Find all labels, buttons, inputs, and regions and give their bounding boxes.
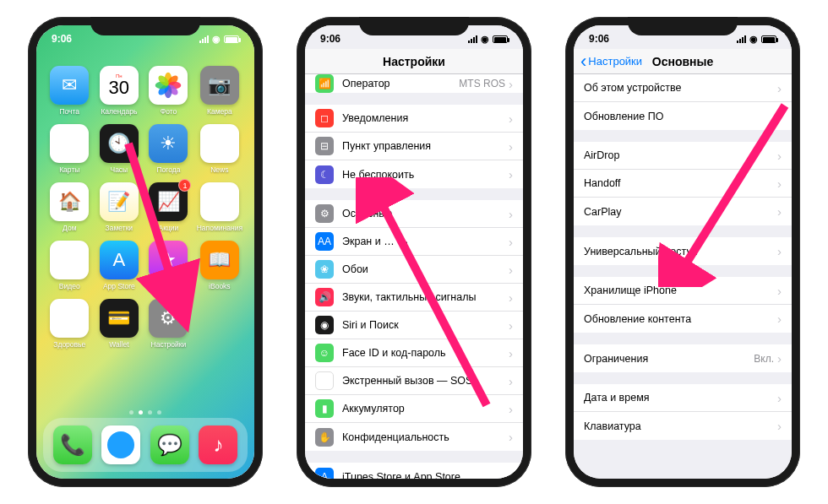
- settings-row-siri[interactable]: ◉Siri и Поиск›: [305, 312, 523, 339]
- row-label: Аккумулятор: [342, 403, 509, 415]
- app-reminders[interactable]: ☑Напоминания: [197, 182, 242, 232]
- general-row[interactable]: AirDrop›: [574, 142, 792, 170]
- app-mail[interactable]: ✉Почта: [50, 66, 89, 116]
- app-maps[interactable]: 🗺Карты: [50, 124, 89, 174]
- chevron-icon: ›: [777, 204, 782, 219]
- app-appstore[interactable]: AApp Store: [100, 241, 139, 290]
- notes-icon: 📝: [100, 182, 139, 221]
- app-wallet[interactable]: 💳Wallet: [100, 299, 139, 349]
- settings-row-dnd[interactable]: ☾Не беспокоить›: [305, 160, 523, 188]
- nav-bar: Настройки: [305, 49, 523, 74]
- maps-icon: 🗺: [50, 124, 89, 163]
- svg-point-9: [107, 431, 134, 458]
- chevron-icon: ›: [509, 374, 513, 388]
- status-time: 9:06: [320, 33, 354, 45]
- privacy-icon: ✋: [315, 428, 334, 447]
- chevron-icon: ›: [509, 318, 513, 333]
- books-icon: 📖: [200, 241, 239, 279]
- general-row[interactable]: Клавиатура›: [574, 412, 792, 440]
- status-indicators: ◉: [737, 34, 776, 45]
- row-label: Handoff: [584, 177, 777, 189]
- nav-bar: Настройки Основные: [574, 49, 792, 74]
- page-dots[interactable]: [36, 410, 254, 415]
- settings-row-privacy[interactable]: ✋Конфиденциальность›: [305, 423, 523, 451]
- app-label: Камера: [207, 107, 232, 116]
- settings-row-display[interactable]: AAЭкран и … ть›: [305, 228, 523, 256]
- general-row[interactable]: Handoff›: [574, 170, 792, 198]
- nav-title: Основные: [652, 55, 714, 68]
- app-tv[interactable]: ▸Видео: [50, 241, 89, 290]
- app-notes[interactable]: 📝Заметки: [100, 182, 139, 232]
- chevron-icon: ›: [509, 235, 513, 249]
- app-camera[interactable]: 📷Камера: [200, 66, 239, 116]
- itunesstore-icon: ★: [149, 241, 188, 279]
- app-health[interactable]: ♥Здоровье: [50, 299, 89, 349]
- sos-icon: SOS: [315, 371, 334, 390]
- settings-row-battery[interactable]: ▮Аккумулятор›: [305, 395, 523, 423]
- settings-row-sos[interactable]: SOSЭкстренный вызов — SOS›: [305, 367, 523, 395]
- general-row[interactable]: Дата и время›: [574, 384, 792, 412]
- app-settings[interactable]: ⚙2Настройки: [149, 299, 188, 349]
- general-row[interactable]: ОграниченияВкл.›: [574, 344, 792, 372]
- settings-row-sounds[interactable]: 🔊Звуки, тактильные сигналы›: [305, 284, 523, 312]
- row-label: Конфиденциальность: [342, 431, 509, 443]
- chevron-icon: ›: [509, 167, 513, 182]
- back-button[interactable]: Настройки: [580, 52, 642, 71]
- settings-list[interactable]: 📶ОператорMTS ROS›◻Уведомления›⊟Пункт упр…: [305, 74, 523, 479]
- display-icon: AA: [315, 232, 334, 251]
- home-icon-grid: ✉ПочтаПн30КалендарьФото📷Камера🗺Карты🕙Час…: [36, 59, 254, 355]
- app-news[interactable]: NNews: [200, 124, 239, 174]
- settings-body: Настройки 📶ОператорMTS ROS›◻Уведомления›…: [305, 25, 523, 479]
- app-photos[interactable]: Фото: [149, 66, 188, 116]
- settings-row-control-center[interactable]: ⊟Пункт управления›: [305, 133, 523, 160]
- app-calendar[interactable]: Пн30Календарь: [100, 66, 139, 116]
- chevron-icon: ›: [509, 139, 513, 154]
- chevron-icon: ›: [509, 263, 513, 277]
- row-label: Дата и время: [584, 392, 777, 404]
- app-label: App Store: [103, 282, 135, 290]
- general-row[interactable]: Хранилище iPhone›: [574, 277, 792, 305]
- settings-row-wallpaper[interactable]: ❀Обои›: [305, 256, 523, 284]
- row-label: Хранилище iPhone: [584, 285, 777, 296]
- cellular-icon: [468, 35, 477, 43]
- dock-music[interactable]: ♪: [199, 425, 237, 464]
- settings-row-general[interactable]: ⚙Основные›: [305, 200, 523, 228]
- settings-row-notifications[interactable]: ◻Уведомления›: [305, 105, 523, 133]
- general-row[interactable]: Обновление контента›: [574, 305, 792, 333]
- dnd-icon: ☾: [315, 165, 334, 184]
- app-itunesstore[interactable]: ★i… Store: [149, 241, 188, 290]
- general-row[interactable]: CarPlay›: [574, 198, 792, 225]
- app-stocks[interactable]: 📈1Акции: [149, 182, 188, 232]
- settings-row-faceid[interactable]: ☺Face ID и код-пароль›: [305, 339, 523, 367]
- app-clock[interactable]: 🕙Часы: [100, 124, 139, 174]
- cellular-icon: [737, 35, 746, 43]
- general-list[interactable]: Об этом устройстве›Обновление ПО›AirDrop…: [574, 74, 792, 479]
- general-row[interactable]: Универсальный доступ›: [574, 237, 792, 265]
- app-home[interactable]: 🏠Дом: [50, 182, 89, 232]
- app-weather[interactable]: ☀Погода: [149, 124, 188, 174]
- dock-phone[interactable]: 📞: [53, 425, 92, 464]
- row-label: Обновление контента: [584, 313, 777, 325]
- wallpaper-icon: ❀: [315, 260, 334, 279]
- row-label: Экран и … ть: [342, 236, 509, 247]
- app-label: iBooks: [209, 282, 231, 290]
- settings-row-carrier[interactable]: 📶ОператорMTS ROS›: [305, 74, 523, 93]
- general-row[interactable]: Обновление ПО›: [574, 102, 792, 130]
- appstore-icon: A: [100, 241, 139, 279]
- chevron-icon: ›: [509, 111, 513, 126]
- general-icon: ⚙: [315, 204, 334, 223]
- home-wallpaper: ✉ПочтаПн30КалендарьФото📷Камера🗺Карты🕙Час…: [36, 25, 254, 479]
- dock-messages[interactable]: 💬: [150, 425, 189, 464]
- badge: 2: [178, 295, 191, 308]
- dock-safari[interactable]: [101, 425, 140, 464]
- row-label: Ограничения: [584, 353, 754, 365]
- app-label: Дом: [63, 224, 76, 232]
- chevron-icon: ›: [777, 81, 782, 95]
- battery-icon: [761, 35, 776, 43]
- phone-frame-settings: 9:06 ◉ Настройки 📶ОператорMTS ROS›◻Уведо…: [297, 17, 531, 487]
- general-row[interactable]: Об этом устройстве›: [574, 74, 792, 102]
- settings-row-itunes[interactable]: AiTunes Store и App Store›: [305, 463, 523, 479]
- app-books[interactable]: 📖iBooks: [200, 241, 239, 290]
- home-icon: 🏠: [50, 182, 89, 221]
- phone-frame-home: 9:06 ◉ ✉ПочтаПн30КалендарьФото📷Камера🗺Ка…: [28, 17, 263, 487]
